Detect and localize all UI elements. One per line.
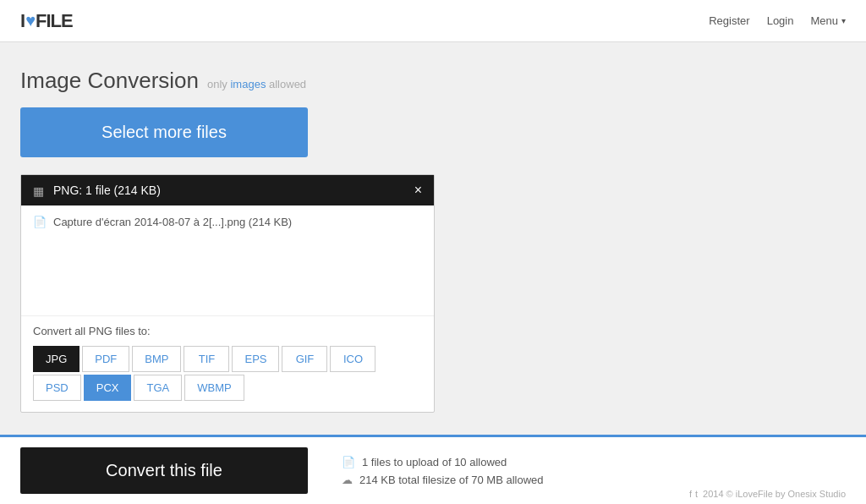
close-panel-button[interactable]: × [414, 184, 422, 197]
file-item: 📄 Capture d'écran 2014-08-07 à 2[...].pn… [33, 216, 422, 228]
file-type-icon [33, 184, 47, 196]
format-btn-tga[interactable]: TGA [134, 375, 182, 401]
page-title: Image Conversion only images allowed [20, 68, 825, 94]
format-btn-psd[interactable]: PSD [33, 375, 81, 401]
format-btn-eps[interactable]: EPS [232, 346, 279, 372]
format-grid: JPGPDFBMPTIFEPSGIFICOPSDPCXTGAWBMP [33, 346, 422, 403]
file-panel: PNG: 1 file (214 KB) × 📄 Capture d'écran… [20, 174, 435, 413]
bottom-bar: Convert this file 📄 1 files to upload of… [0, 435, 866, 446]
images-link: images [230, 78, 266, 90]
file-panel-title: PNG: 1 file (214 KB) [53, 184, 161, 197]
header: I ♥ FILE Register Login Menu ▾ [0, 0, 866, 42]
logo: I ♥ FILE [20, 10, 73, 32]
format-btn-pcx[interactable]: PCX [84, 375, 132, 401]
page-title-text: Image Conversion [20, 68, 199, 94]
menu-dropdown[interactable]: Menu ▾ [810, 14, 846, 27]
logo-heart-icon: ♥ [25, 11, 35, 30]
menu-label: Menu [810, 14, 838, 27]
file-list: 📄 Capture d'écran 2014-08-07 à 2[...].pn… [21, 205, 434, 315]
logo-file: FILE [36, 10, 73, 32]
chevron-down-icon: ▾ [841, 16, 846, 25]
header-nav: Register Login Menu ▾ [709, 14, 846, 27]
file-panel-header-left: PNG: 1 file (214 KB) [33, 184, 161, 197]
format-btn-gif[interactable]: GIF [282, 346, 327, 372]
register-link[interactable]: Register [709, 14, 749, 27]
select-files-button[interactable]: Select more files [20, 107, 308, 157]
main-content: Image Conversion only images allowed Sel… [0, 42, 846, 446]
file-name: Capture d'écran 2014-08-07 à 2[...].png … [53, 216, 292, 228]
page-subtitle: only images allowed [207, 78, 306, 90]
login-link[interactable]: Login [767, 14, 794, 27]
format-btn-wbmp[interactable]: WBMP [184, 375, 244, 401]
format-btn-jpg[interactable]: JPG [33, 346, 79, 372]
file-panel-footer: Convert all PNG files to: JPGPDFBMPTIFEP… [21, 315, 434, 412]
format-btn-tif[interactable]: TIF [184, 346, 229, 372]
file-panel-header: PNG: 1 file (214 KB) × [21, 175, 434, 205]
format-btn-bmp[interactable]: BMP [132, 346, 181, 372]
format-btn-pdf[interactable]: PDF [82, 346, 129, 372]
format-btn-ico[interactable]: ICO [330, 346, 375, 372]
convert-label: Convert all PNG files to: [33, 325, 422, 337]
logo-i: I [20, 10, 25, 32]
file-doc-icon: 📄 [33, 216, 47, 228]
